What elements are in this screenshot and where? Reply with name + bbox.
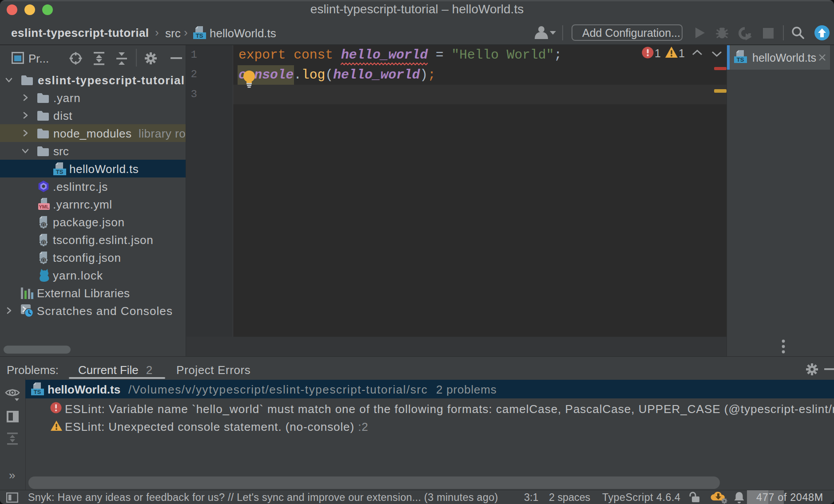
svg-text:{}: {} — [42, 222, 45, 227]
svg-text:TS: TS — [34, 389, 41, 395]
svg-text:TS: TS — [56, 169, 64, 175]
svg-text:{}: {} — [42, 257, 45, 263]
svg-text:{}: {} — [42, 240, 45, 245]
svg-text:TS: TS — [737, 56, 744, 63]
svg-text:TS: TS — [196, 32, 203, 39]
svg-text:YML: YML — [39, 204, 49, 209]
